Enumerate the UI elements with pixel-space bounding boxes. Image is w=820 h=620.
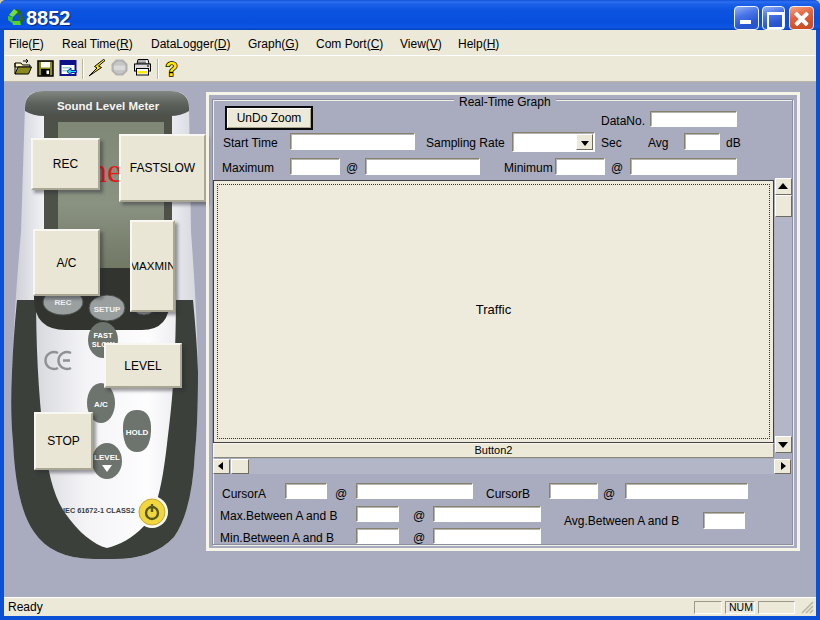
- svg-text:SETUP: SETUP: [94, 305, 121, 314]
- svg-text:IEC 61672-1 CLASS2: IEC 61672-1 CLASS2: [63, 506, 135, 515]
- svg-text:HOLD: HOLD: [126, 428, 149, 437]
- svg-text:REC: REC: [55, 298, 72, 307]
- svg-text:?: ?: [166, 58, 178, 80]
- svg-text:Sound Level Meter: Sound Level Meter: [57, 100, 160, 112]
- svg-text:A/C: A/C: [94, 400, 108, 409]
- svg-text:FAST: FAST: [93, 331, 113, 340]
- svg-text:LEVEL: LEVEL: [94, 453, 120, 462]
